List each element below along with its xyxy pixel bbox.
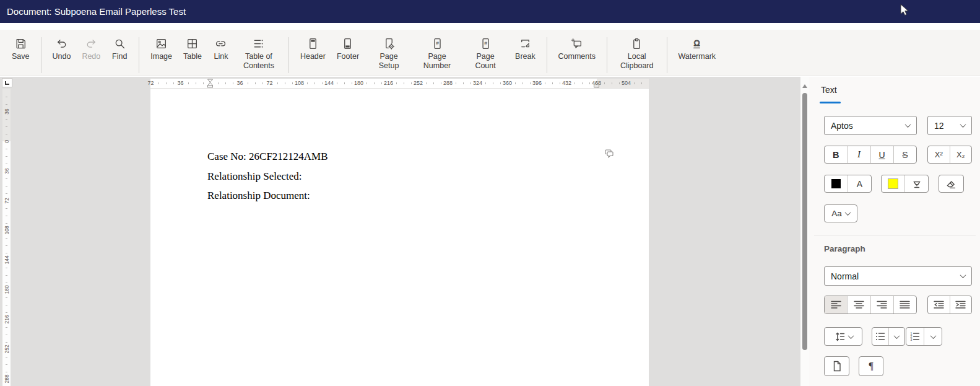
undo-icon [55, 37, 68, 50]
break-icon [519, 37, 532, 50]
numbered-list-button[interactable]: 123 [906, 328, 924, 345]
ruler-tick [218, 82, 219, 84]
footer-button[interactable]: Footer [331, 36, 365, 63]
ruler-tick [6, 119, 7, 120]
undo-label: Undo [53, 52, 71, 61]
vertical-scrollbar[interactable] [800, 77, 809, 386]
ruler-tick [6, 178, 7, 179]
ruler-tick [6, 283, 7, 283]
superscript-button[interactable]: X² [928, 146, 950, 163]
bold-button[interactable]: B [825, 146, 847, 163]
indent-marker[interactable] [207, 79, 214, 88]
align-right-button[interactable] [870, 296, 893, 314]
tab-stop-selector[interactable] [2, 78, 12, 87]
comment-indicator-icon[interactable] [603, 148, 614, 159]
page-setup-label: Page Setup [370, 52, 407, 71]
ruler-tick [426, 82, 427, 84]
link-button[interactable]: Link [207, 36, 235, 63]
font-name-dropdown[interactable]: Aptos [824, 116, 917, 135]
bullet-list-button[interactable] [872, 328, 888, 345]
line-spacing-button[interactable] [824, 327, 862, 346]
format-painter-button[interactable] [824, 356, 849, 376]
ruler-number: 252 [4, 346, 10, 354]
redo-label: Redo [82, 52, 100, 61]
ruler-tick [6, 216, 7, 216]
find-button[interactable]: Find [106, 36, 133, 63]
document-page[interactable]: Case No: 26CF212124AMB Relationship Sele… [150, 89, 649, 386]
local-clipboard-button[interactable]: Local Clipboard [613, 36, 661, 72]
redo-button[interactable]: Redo [76, 36, 106, 63]
indent-group [927, 296, 972, 314]
ruler-number: 432 [562, 80, 571, 86]
ruler-tick [485, 82, 486, 84]
justify-button[interactable] [893, 296, 916, 314]
page-number-button[interactable]: # Page Number [413, 36, 461, 72]
align-center-button[interactable] [847, 296, 870, 314]
ruler-tick [225, 82, 226, 84]
comments-icon [570, 37, 583, 50]
decrease-indent-button[interactable] [928, 296, 950, 314]
font-size-dropdown[interactable]: 12 [927, 116, 972, 135]
svg-text:#: # [484, 40, 487, 46]
watermark-label: Watermark [678, 52, 716, 61]
strikethrough-button[interactable]: S [893, 146, 916, 163]
clear-formatting-button[interactable] [939, 175, 964, 193]
ruler-number: 216 [4, 316, 10, 324]
italic-button[interactable]: I [847, 146, 870, 163]
font-color-swatch-button[interactable] [825, 175, 848, 192]
ruler-tick [6, 253, 7, 253]
ruler-tick [589, 82, 590, 84]
highlighter-button[interactable] [904, 175, 928, 192]
tab-active-underline [820, 102, 841, 103]
page-count-button[interactable]: # Page Count [461, 36, 510, 72]
highlight-color-swatch-button[interactable] [882, 175, 904, 192]
undo-button[interactable]: Undo [47, 36, 77, 63]
header-button[interactable]: Header [295, 36, 331, 63]
numbered-list-dropdown-button[interactable] [924, 328, 942, 345]
ruler-number: 360 [503, 80, 512, 86]
ruler-tick [337, 82, 337, 84]
script-group: X² X₂ [927, 146, 972, 164]
underline-button[interactable]: U [870, 146, 893, 163]
increase-indent-button[interactable] [950, 296, 972, 314]
scroll-up-arrow-icon[interactable] [802, 84, 807, 88]
ruler-tick [166, 82, 167, 84]
ruler-tick [6, 126, 7, 127]
break-button[interactable]: Break [510, 36, 541, 63]
ruler-tick [6, 268, 7, 268]
paragraph-style-dropdown[interactable]: Normal [824, 266, 972, 286]
comments-button[interactable]: Comments [553, 36, 601, 63]
highlighter-icon [911, 178, 922, 190]
toolbar-separator [547, 37, 547, 73]
ruler-number: 324 [473, 80, 482, 86]
watermark-icon: Ω [690, 37, 703, 50]
show-paragraph-marks-button[interactable]: ¶ [859, 356, 883, 376]
page-count-label: Page Count [467, 52, 504, 71]
ruler-tick [6, 327, 7, 328]
bullet-list-dropdown-button[interactable] [888, 328, 905, 345]
subscript-button[interactable]: X₂ [950, 146, 972, 163]
table-of-contents-button[interactable]: Table of Contents [235, 36, 283, 72]
ruler-tick [456, 82, 456, 84]
link-icon [214, 37, 227, 50]
ruler-tick [6, 342, 7, 343]
ruler-tick [6, 238, 7, 239]
ruler-tick [196, 82, 196, 84]
tab-text[interactable]: Text [821, 85, 837, 95]
font-color-picker-button[interactable]: A [848, 175, 871, 192]
page-setup-button[interactable]: Page Setup [365, 36, 413, 72]
ruler-number: 180 [354, 80, 363, 86]
align-left-button[interactable] [825, 296, 847, 314]
change-case-button[interactable]: Aa [824, 204, 857, 222]
ruler-tick [545, 82, 545, 84]
window-title: Document: Subpoena Email Paperless Test [7, 6, 186, 17]
table-button[interactable]: Table [178, 36, 207, 63]
table-of-contents-label: Table of Contents [240, 52, 277, 71]
ruler-tick [6, 186, 7, 186]
ruler-tick [374, 82, 375, 84]
save-button[interactable]: Save [6, 36, 35, 63]
image-button[interactable]: Image [145, 36, 178, 63]
ruler-tick [523, 82, 523, 84]
scrollbar-thumb[interactable] [802, 93, 807, 350]
watermark-button[interactable]: Ω Watermark [673, 36, 721, 63]
